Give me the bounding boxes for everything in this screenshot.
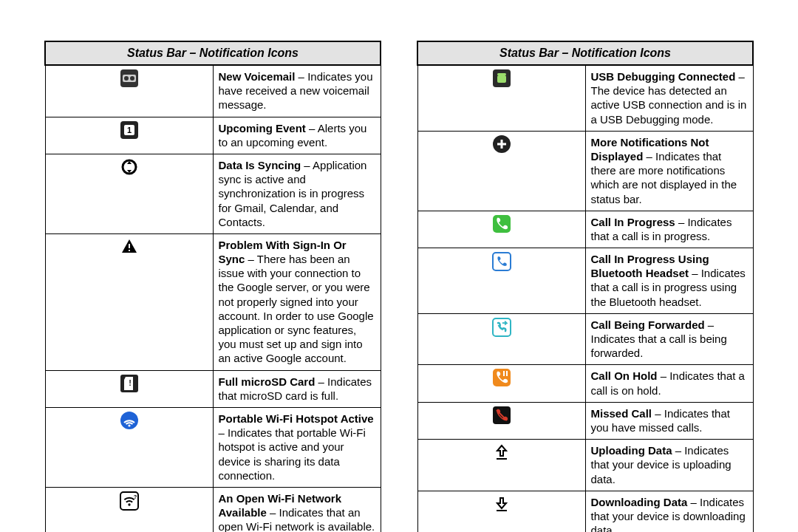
svg-rect-7 [129, 250, 130, 251]
separator: – [675, 216, 688, 228]
term-label: Data Is Syncing [219, 159, 301, 171]
call-on-hold-icon [417, 365, 585, 402]
separator: – [672, 444, 685, 457]
icon-description: Call On Hold – Indicates that a call is … [585, 365, 753, 402]
table-row: Uploading Data – Indicates that your dev… [417, 440, 753, 491]
table-row: !Full microSD Card – Indicates that micr… [45, 370, 381, 407]
description-text: Indicates that a call is being forwarded… [591, 332, 727, 359]
svg-rect-6 [129, 244, 130, 248]
svg-rect-23 [497, 143, 506, 145]
icon-description: An Open Wi-Fi Network Available – Indica… [213, 487, 381, 532]
two-column-layout: Status Bar – Notification Icons New Voic… [44, 41, 754, 532]
call-bluetooth-icon [417, 248, 585, 314]
term-label: Portable Wi-Fi Hotspot Active [219, 412, 374, 425]
description-text: The device has detected an active USB co… [591, 84, 747, 125]
table-row: Problem With Sign-In Or Sync – There has… [45, 233, 381, 370]
icon-description: Call In Progress Using Bluetooth Headset… [585, 248, 753, 314]
svg-point-9 [128, 424, 130, 426]
svg-rect-24 [503, 371, 505, 376]
term-label: Upcoming Event [219, 122, 306, 134]
icon-description: Call In Progress – Indicates that a call… [585, 211, 753, 248]
table-row: USB Debugging Connected – The device has… [417, 65, 753, 131]
icon-description: Upcoming Event – Alerts you to an upcomi… [213, 117, 381, 154]
table-row: Portable Wi-Fi Hotspot Active – Indicate… [45, 407, 381, 487]
call-in-progress-icon [417, 211, 585, 248]
separator: – [219, 426, 228, 439]
icon-description: Call Being Forwarded – Indicates that a … [585, 313, 753, 365]
separator: – [245, 253, 256, 265]
svg-text:?: ? [133, 494, 136, 500]
upcoming-event-icon: 1 [45, 117, 213, 154]
table-row: Call In Progress Using Bluetooth Headset… [417, 248, 753, 314]
notification-icons-table-right: Status Bar – Notification Icons USB Debu… [417, 41, 754, 532]
left-column: Status Bar – Notification Icons New Voic… [44, 41, 381, 532]
notification-icons-table-left: Status Bar – Notification Icons New Voic… [44, 41, 381, 532]
separator: – [652, 407, 664, 420]
icon-description: Data Is Syncing – Application sync is ac… [213, 154, 381, 233]
manual-page: Status Bar – Notification Icons New Voic… [0, 0, 798, 532]
svg-point-1 [124, 76, 129, 81]
separator: – [267, 506, 279, 519]
description-text: There has been an issue with your connec… [219, 253, 374, 364]
term-label: Full microSD Card [219, 375, 316, 388]
more-notifications-icon [417, 131, 585, 211]
description-text: Indicates that portable Wi-Fi hotspot is… [219, 426, 366, 482]
table-row: 1Upcoming Event – Alerts you to an upcom… [45, 117, 381, 154]
separator: – [643, 150, 655, 163]
table-row: Call On Hold – Indicates that a call is … [417, 365, 753, 402]
svg-point-2 [130, 76, 134, 81]
right-column: Status Bar – Notification Icons USB Debu… [417, 41, 754, 532]
svg-text:!: ! [129, 378, 132, 387]
svg-point-10 [128, 503, 130, 505]
icon-description: Full microSD Card – Indicates that micro… [213, 370, 381, 407]
separator: – [295, 70, 307, 83]
separator: – [315, 375, 327, 388]
downloading-icon [417, 491, 585, 532]
table-row: Missed Call – Indicates that you have mi… [417, 402, 753, 439]
usb-debugging-icon [417, 65, 585, 131]
table-row: Call In Progress – Indicates that a call… [417, 211, 753, 248]
svg-rect-18 [497, 75, 506, 83]
table-row: Data Is Syncing – Application sync is ac… [45, 154, 381, 233]
term-label: USB Debugging Connected [591, 70, 736, 83]
icon-description: Problem With Sign-In Or Sync – There has… [213, 233, 381, 370]
icon-description: New Voicemail – Indicates you have recei… [213, 65, 381, 117]
term-label: Call In Progress [591, 216, 675, 228]
separator: – [687, 496, 700, 508]
svg-rect-25 [506, 371, 508, 376]
table-row: New Voicemail – Indicates you have recei… [45, 65, 381, 117]
icon-description: Uploading Data – Indicates that your dev… [585, 440, 753, 491]
svg-line-26 [497, 410, 507, 420]
term-label: New Voicemail [219, 70, 296, 83]
term-label: Uploading Data [591, 444, 672, 457]
sync-problem-icon [45, 233, 213, 370]
separator: – [689, 267, 701, 279]
icon-description: Downloading Data – Indicates that your d… [585, 491, 753, 532]
table-row: ?An Open Wi-Fi Network Available – Indic… [45, 487, 381, 532]
call-forwarded-icon [417, 313, 585, 365]
open-wifi-icon: ? [45, 487, 213, 532]
table-row: More Notifications Not Displayed – Indic… [417, 131, 753, 211]
table-header-right: Status Bar – Notification Icons [417, 41, 753, 65]
separator: – [301, 159, 313, 171]
term-label: Downloading Data [591, 496, 688, 508]
icon-description: Portable Wi-Fi Hotspot Active – Indicate… [213, 407, 381, 487]
sd-full-icon: ! [45, 370, 213, 407]
term-label: Missed Call [591, 407, 652, 420]
separator: – [735, 70, 745, 83]
icon-description: USB Debugging Connected – The device has… [585, 65, 753, 131]
data-syncing-icon [45, 154, 213, 233]
term-label: Call Being Forwarded [591, 318, 705, 331]
table-row: Call Being Forwarded – Indicates that a … [417, 313, 753, 365]
separator: – [306, 122, 318, 134]
term-label: Call On Hold [591, 369, 658, 382]
table-row: Downloading Data – Indicates that your d… [417, 491, 753, 532]
separator: – [705, 318, 715, 331]
icon-description: Missed Call – Indicates that you have mi… [585, 402, 753, 439]
uploading-icon [417, 440, 585, 491]
svg-text:1: 1 [126, 126, 131, 134]
separator: – [658, 369, 670, 382]
icon-description: More Notifications Not Displayed – Indic… [585, 131, 753, 211]
table-header-left: Status Bar – Notification Icons [45, 41, 381, 65]
missed-call-icon [417, 402, 585, 439]
